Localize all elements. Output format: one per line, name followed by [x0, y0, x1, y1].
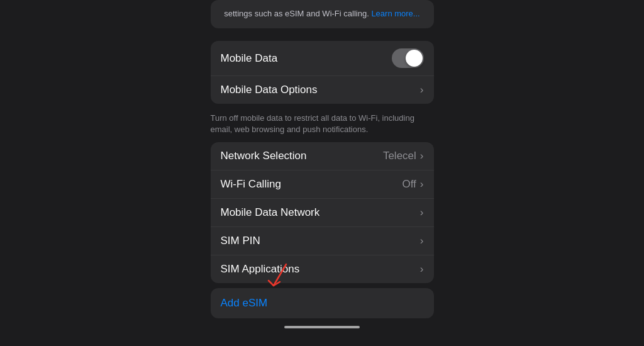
sim-applications-chevron: › — [420, 263, 424, 276]
sim-pin-right: › — [420, 235, 424, 247]
mobile-data-network-label: Mobile Data Network — [221, 206, 320, 219]
mobile-data-row[interactable]: Mobile Data — [211, 41, 434, 76]
wifi-calling-row[interactable]: Wi-Fi Calling Off › — [211, 170, 434, 199]
mobile-data-network-chevron: › — [420, 206, 424, 219]
home-indicator — [211, 326, 434, 328]
wifi-calling-value: Off — [402, 178, 416, 191]
mobile-data-description: Turn off mobile data to restrict all dat… — [211, 109, 434, 142]
sim-pin-label: SIM PIN — [221, 235, 260, 247]
info-card: settings such as eSIM and Wi-Fi calling.… — [211, 0, 434, 28]
wifi-calling-chevron: › — [420, 178, 424, 191]
add-esim-label: Add eSIM — [221, 297, 268, 310]
mobile-data-group: Mobile Data Mobile Data Options › — [211, 41, 434, 104]
home-bar — [284, 326, 360, 328]
wifi-calling-right: Off › — [402, 178, 423, 191]
sim-pin-row[interactable]: SIM PIN › — [211, 227, 434, 255]
mobile-data-options-right: › — [420, 84, 424, 96]
mobile-data-network-right: › — [420, 206, 424, 219]
arrow-annotation — [267, 263, 292, 292]
info-text: settings such as eSIM and Wi-Fi calling.… — [224, 9, 419, 18]
network-settings-group: Network Selection Telecel › Wi-Fi Callin… — [211, 142, 434, 283]
sim-applications-right: › — [420, 263, 424, 276]
network-selection-value: Telecel — [383, 150, 416, 162]
mobile-data-options-row[interactable]: Mobile Data Options › — [211, 76, 434, 104]
network-selection-right: Telecel › — [383, 150, 424, 162]
mobile-data-options-label: Mobile Data Options — [221, 84, 318, 96]
main-column: settings such as eSIM and Wi-Fi calling.… — [211, 0, 434, 328]
add-esim-card[interactable]: Add eSIM — [211, 288, 434, 318]
network-selection-row[interactable]: Network Selection Telecel › — [211, 142, 434, 170]
chevron-icon: › — [420, 84, 424, 96]
wifi-calling-label: Wi-Fi Calling — [221, 178, 281, 191]
annotation-arrow-icon — [267, 263, 292, 289]
page-background: settings such as eSIM and Wi-Fi calling.… — [0, 0, 644, 346]
sim-applications-row[interactable]: SIM Applications › — [211, 255, 434, 283]
sim-pin-chevron: › — [420, 235, 424, 247]
network-selection-label: Network Selection — [221, 150, 307, 162]
network-selection-chevron: › — [420, 150, 424, 162]
mobile-data-label: Mobile Data — [221, 52, 278, 65]
toggle-knob — [406, 50, 423, 67]
mobile-data-toggle[interactable] — [392, 48, 424, 68]
mobile-data-network-row[interactable]: Mobile Data Network › — [211, 199, 434, 227]
learn-more-link[interactable]: Learn more... — [371, 9, 419, 18]
